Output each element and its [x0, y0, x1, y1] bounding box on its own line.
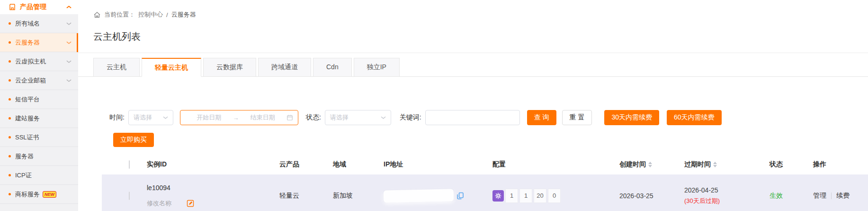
buy-now-button[interactable]: 立即购买	[113, 133, 154, 147]
sidebar-header-label: 产品管理	[20, 3, 46, 11]
reset-button[interactable]: 重 置	[562, 110, 592, 125]
tab-cdn[interactable]: Cdn	[313, 58, 352, 77]
sidebar-item-cloud-server[interactable]: 云服务器	[0, 33, 78, 52]
sidebar-item-partial	[0, 204, 78, 211]
time-select-placeholder: 请选择	[134, 113, 152, 122]
divider	[78, 53, 868, 53]
expire-warning: (30天后过期)	[684, 197, 770, 205]
search-button[interactable]: 查 询	[527, 110, 556, 125]
expire-date-cell: 2026-04-25	[684, 186, 770, 194]
bullet-icon	[9, 22, 11, 25]
product-cell: 轻量云	[279, 192, 299, 199]
sidebar-item-label: 云服务器	[15, 38, 40, 47]
chevron-down-icon	[163, 116, 168, 119]
sidebar-item-label: 云企业邮箱	[15, 76, 46, 85]
column-header-actions: 操作	[813, 160, 826, 169]
breadcrumb-control-center[interactable]: 控制中心	[138, 10, 163, 19]
tab-label: 云数据库	[216, 63, 243, 71]
tab-bar: 云主机 轻量云主机 云数据库 跨域通道 Cdn 独立IP	[78, 58, 868, 77]
status-filter-label: 状态:	[306, 113, 321, 122]
time-select[interactable]: 请选择	[128, 110, 173, 125]
tab-cloud-database[interactable]: 云数据库	[203, 58, 256, 77]
breadcrumb: 当前位置： 控制中心 / 云服务器	[78, 0, 868, 19]
chevron-down-icon	[66, 41, 72, 45]
sort-icon[interactable]	[648, 162, 652, 167]
divider	[831, 193, 832, 199]
config-value-ram: 1	[519, 189, 532, 203]
ip-address-redacted	[384, 189, 454, 202]
renew-30days-button[interactable]: 30天内需续费	[604, 110, 659, 125]
sidebar-item-trademark[interactable]: 商标服务 NEW	[0, 185, 78, 204]
sidebar-header[interactable]: 产品管理	[0, 0, 78, 14]
status-badge: 生效	[770, 192, 783, 199]
chevron-down-icon	[66, 22, 72, 26]
sidebar: 产品管理 所有域名 云服务器 云虚拟主机 云企业邮箱 短信平台	[0, 0, 78, 211]
select-all-checkbox[interactable]	[129, 160, 130, 169]
sidebar-item-site-builder[interactable]: 建站服务	[0, 109, 78, 128]
date-range-picker[interactable]: 开始日期 → 结束日期	[180, 110, 298, 125]
sidebar-item-all-domains[interactable]: 所有域名	[0, 14, 78, 33]
sidebar-item-server[interactable]: 服务器	[0, 147, 78, 166]
column-header-expire: 过期时间	[684, 160, 711, 169]
status-select-placeholder: 请选择	[330, 113, 349, 122]
tab-dedicated-ip[interactable]: 独立IP	[354, 58, 400, 77]
sidebar-item-label: 所有域名	[15, 19, 40, 28]
status-select[interactable]: 请选择	[325, 110, 391, 125]
bullet-icon	[9, 98, 11, 101]
created-date-cell: 2026-03-25	[619, 192, 653, 200]
gear-icon[interactable]	[492, 190, 504, 202]
sidebar-item-label: SSL证书	[15, 133, 39, 142]
copy-icon[interactable]	[456, 192, 464, 200]
filter-bar: 时间: 请选择 开始日期 → 结束日期 状态: 请选择 关键词:	[109, 110, 863, 125]
sidebar-item-label: 短信平台	[15, 95, 40, 104]
table-row: le10094 修改名称 轻量云 新加坡	[102, 174, 868, 211]
chevron-down-icon	[381, 116, 386, 119]
keyword-input[interactable]	[425, 110, 520, 125]
rename-link[interactable]: 修改名称	[147, 199, 171, 208]
breadcrumb-separator: /	[166, 11, 168, 18]
home-icon	[93, 11, 101, 18]
chevron-down-icon	[66, 60, 72, 64]
sidebar-item-enterprise-mail[interactable]: 云企业邮箱	[0, 71, 78, 90]
renew-60days-button[interactable]: 60天内需续费	[667, 110, 722, 125]
column-header-region: 地域	[333, 160, 346, 169]
column-header-created: 创建时间	[619, 160, 646, 169]
keyword-filter-label: 关键词:	[400, 113, 421, 122]
sidebar-item-sms[interactable]: 短信平台	[0, 90, 78, 109]
tab-label: Cdn	[326, 63, 339, 71]
breadcrumb-cloud-server: 云服务器	[171, 10, 196, 19]
row-checkbox[interactable]	[129, 192, 130, 200]
tab-cloud-host[interactable]: 云主机	[93, 58, 140, 77]
tab-label: 独立IP	[367, 63, 386, 71]
renew-link[interactable]: 续费	[836, 192, 850, 200]
column-header-instance-id: 实例ID	[147, 160, 167, 169]
bullet-icon	[9, 79, 11, 82]
calendar-icon	[286, 114, 293, 121]
instance-table: 实例ID 云产品 地域 IP地址 配置 创建时间 过期时间 状态 操作 le10…	[102, 155, 868, 211]
manage-link[interactable]: 管理	[813, 192, 826, 200]
main-content: 当前位置： 控制中心 / 云服务器 云主机列表 云主机 轻量云主机 云数据库 跨…	[78, 0, 868, 211]
table-header-row: 实例ID 云产品 地域 IP地址 配置 创建时间 过期时间 状态 操作	[102, 155, 868, 174]
breadcrumb-label: 当前位置：	[104, 10, 135, 19]
tab-label: 跨域通道	[271, 63, 298, 71]
bullet-icon	[9, 136, 11, 138]
sidebar-item-virtual-host[interactable]: 云虚拟主机	[0, 52, 78, 71]
sidebar-item-ssl[interactable]: SSL证书	[0, 128, 78, 147]
edit-icon[interactable]	[187, 200, 194, 207]
bullet-icon	[9, 174, 11, 176]
sidebar-item-icp[interactable]: ICP证	[0, 166, 78, 185]
date-end-placeholder: 结束日期	[239, 113, 286, 122]
column-header-product: 云产品	[279, 160, 299, 169]
sidebar-item-label: 服务器	[15, 152, 34, 161]
sidebar-item-label: 建站服务	[15, 114, 40, 123]
tab-cross-region[interactable]: 跨域通道	[258, 58, 311, 77]
region-cell: 新加坡	[333, 192, 353, 199]
config-value-bandwidth: 0	[548, 189, 561, 203]
bullet-icon	[9, 60, 11, 63]
chevron-up-icon[interactable]	[66, 5, 72, 9]
sort-icon[interactable]	[713, 162, 717, 167]
tab-light-cloud-host[interactable]: 轻量云主机	[142, 58, 201, 77]
sidebar-item-label: 云虚拟主机	[15, 57, 46, 66]
tab-label: 云主机	[107, 63, 126, 71]
config-value-disk: 20	[534, 189, 546, 203]
